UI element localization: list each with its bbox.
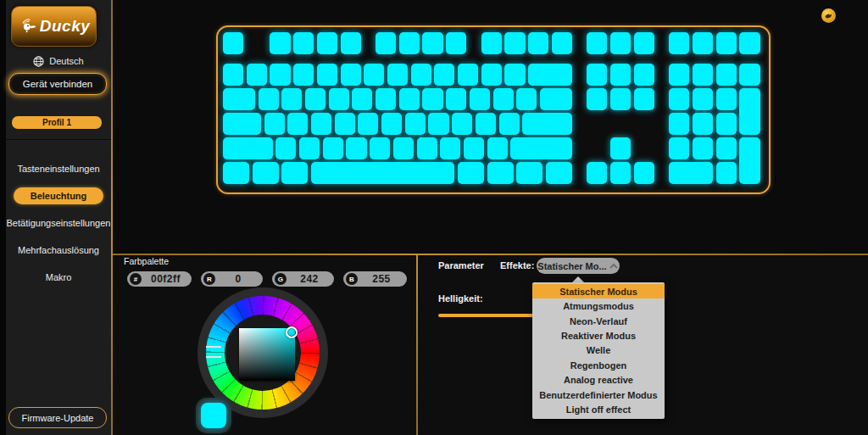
sidebar-item-beleuchtung[interactable]: Beleuchtung [14, 187, 103, 204]
key[interactable] [587, 162, 607, 184]
key[interactable] [739, 137, 760, 184]
key[interactable] [716, 137, 737, 159]
key[interactable] [275, 137, 296, 159]
key[interactable] [504, 64, 525, 86]
effects-option-atmungsmodus[interactable]: Atmungsmodus [532, 298, 665, 313]
effects-option-light-off-effect[interactable]: Light off effect [532, 403, 665, 417]
sidebar-item-bet-tigungseinstellungen[interactable]: Betätigungseinstellungen [6, 209, 111, 237]
key[interactable] [587, 88, 607, 110]
key[interactable] [223, 162, 249, 184]
key[interactable] [376, 88, 396, 110]
key[interactable] [739, 32, 760, 54]
effects-option-benutzerdefinierter-modus[interactable]: Benutzerdefinierter Modus [532, 388, 665, 402]
key[interactable] [693, 64, 713, 86]
key[interactable] [493, 88, 514, 110]
hue-cursor[interactable] [206, 346, 221, 358]
key[interactable] [317, 64, 337, 86]
key[interactable] [669, 137, 689, 159]
ducky-badge-icon[interactable] [821, 8, 836, 23]
key[interactable] [458, 162, 484, 184]
key[interactable] [317, 32, 337, 54]
key[interactable] [393, 137, 414, 159]
profile-button[interactable]: Profil 1 [12, 116, 102, 129]
key[interactable] [247, 64, 267, 86]
key[interactable] [669, 113, 689, 135]
key[interactable] [634, 88, 654, 110]
key[interactable] [381, 113, 402, 135]
color-field-r[interactable]: R0 [201, 271, 263, 287]
key[interactable] [399, 88, 420, 110]
key[interactable] [305, 88, 326, 110]
key[interactable] [634, 162, 654, 184]
key[interactable] [446, 88, 466, 110]
key[interactable] [716, 64, 737, 86]
color-field-b[interactable]: B255 [343, 271, 407, 287]
key[interactable] [335, 113, 355, 135]
effects-dropdown-button[interactable]: Statischer Mo... [537, 258, 620, 274]
key[interactable] [311, 113, 331, 135]
key[interactable] [422, 88, 442, 110]
key[interactable] [739, 88, 760, 135]
key[interactable] [346, 137, 366, 159]
color-field-hex[interactable]: #00f2ff [127, 271, 192, 287]
key[interactable] [452, 113, 472, 135]
key[interactable] [716, 88, 737, 110]
key[interactable] [223, 64, 243, 86]
key[interactable] [464, 137, 484, 159]
key[interactable] [405, 113, 426, 135]
key[interactable] [422, 32, 442, 54]
key[interactable] [634, 64, 654, 86]
key[interactable] [223, 113, 261, 135]
key[interactable] [481, 32, 502, 54]
key[interactable] [481, 64, 502, 86]
key[interactable] [470, 88, 490, 110]
key[interactable] [693, 113, 713, 135]
language-selector[interactable]: Deutsch [6, 54, 111, 68]
key[interactable] [281, 162, 308, 184]
key[interactable] [311, 162, 455, 184]
key[interactable] [610, 88, 631, 110]
key[interactable] [669, 64, 689, 86]
key[interactable] [341, 64, 361, 86]
effects-option-reaktiver-modus[interactable]: Reaktiver Modus [532, 328, 665, 343]
key[interactable] [528, 64, 572, 86]
effects-option-welle[interactable]: Welle [532, 343, 665, 358]
sidebar-item-mehrfachausl-sung[interactable]: Mehrfachauslösung [6, 237, 111, 264]
key[interactable] [270, 64, 290, 86]
key[interactable] [693, 137, 713, 159]
key[interactable] [399, 32, 420, 54]
color-field-g[interactable]: G242 [272, 271, 334, 287]
key[interactable] [299, 137, 320, 159]
key[interactable] [387, 64, 408, 86]
key[interactable] [376, 32, 396, 54]
effects-option-neon-verlauf[interactable]: Neon-Verlauf [532, 314, 665, 328]
key[interactable] [323, 137, 343, 159]
key[interactable] [487, 162, 514, 184]
key[interactable] [540, 88, 572, 110]
key[interactable] [546, 162, 572, 184]
effects-option-statischer-modus[interactable]: Statischer Modus [532, 284, 665, 298]
key[interactable] [610, 162, 631, 184]
current-color-swatch[interactable] [201, 403, 226, 428]
key[interactable] [739, 64, 760, 86]
key[interactable] [693, 32, 713, 54]
key[interactable] [716, 32, 737, 54]
key[interactable] [358, 113, 378, 135]
key[interactable] [528, 32, 548, 54]
key[interactable] [693, 88, 713, 110]
key[interactable] [281, 88, 302, 110]
connect-device-button[interactable]: Gerät verbinden [8, 73, 107, 95]
key[interactable] [516, 162, 542, 184]
key[interactable] [352, 88, 372, 110]
key[interactable] [458, 64, 478, 86]
key[interactable] [223, 88, 255, 110]
key[interactable] [669, 32, 689, 54]
key[interactable] [610, 137, 631, 159]
key[interactable] [634, 32, 654, 54]
key[interactable] [428, 113, 448, 135]
key[interactable] [716, 162, 737, 184]
key[interactable] [223, 137, 273, 159]
effects-option-analog-reactive[interactable]: Analog reactive [532, 373, 665, 388]
key[interactable] [411, 64, 431, 86]
key[interactable] [270, 32, 290, 54]
